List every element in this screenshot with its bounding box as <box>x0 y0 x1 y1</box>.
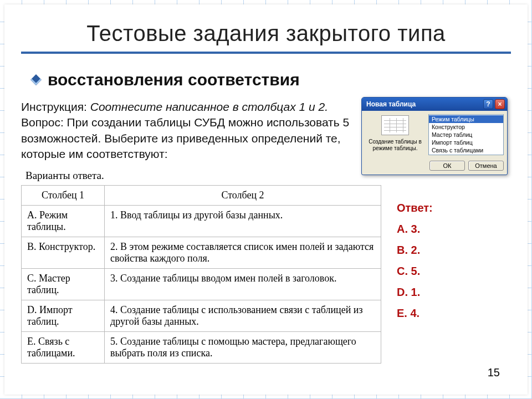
answer-key-item: E. 4. <box>397 303 433 324</box>
question-text: При создании таблицы СУБД можно использо… <box>21 116 349 160</box>
cell-col1: D. Импорт таблиц. <box>22 300 105 332</box>
cell-col2: 3. Создание таблицы вводом имен полей в … <box>105 269 381 300</box>
table-row: D. Импорт таблиц. 4. Создание таблицы с … <box>22 300 381 332</box>
cell-col2: 2. В этом режиме составляется список име… <box>105 237 381 269</box>
new-table-dialog: Новая таблица ? × Создание таблицы в реж… <box>361 97 508 175</box>
slide: Тестовые задания закрытого типа восстано… <box>4 4 528 395</box>
dialog-title: Новая таблица <box>366 100 416 108</box>
page-number: 15 <box>488 366 500 379</box>
cell-col1: B. Конструктор. <box>22 237 105 269</box>
dialog-mode-list[interactable]: Режим таблицы Конструктор Мастер таблиц … <box>428 114 504 155</box>
title-underline <box>21 52 511 54</box>
answer-key-item: C. 5. <box>397 260 433 282</box>
dialog-preview-label: Создание таблицы в режиме таблицы. <box>365 139 425 152</box>
close-button[interactable]: × <box>495 99 505 109</box>
slide-title: Тестовые задания закрытого типа <box>21 21 511 46</box>
answer-key: Ответ: A. 3. B. 2. C. 5. D. 1. E. 4. <box>391 197 433 324</box>
list-item[interactable]: Импорт таблиц <box>429 139 503 146</box>
cancel-button[interactable]: Отмена <box>468 161 504 171</box>
cell-col1: A. Режим таблицы. <box>22 206 105 237</box>
list-item[interactable]: Мастер таблиц <box>429 131 503 139</box>
bullet-icon <box>30 74 42 85</box>
matching-table: Столбец 1 Столбец 2 A. Режим таблицы. 1.… <box>21 185 381 364</box>
ok-button[interactable]: ОК <box>429 161 465 171</box>
cell-col2: 1. Ввод таблицы из другой базы данных. <box>105 206 381 237</box>
answer-key-item: A. 3. <box>397 218 433 239</box>
instruction-block: Инструкция: Соотнесите написанное в стол… <box>21 99 365 162</box>
table-header: Столбец 1 <box>22 186 105 206</box>
answer-key-item: D. 1. <box>397 282 433 303</box>
cell-col2: 5. Создание таблицы с помощью мастера, п… <box>105 332 381 364</box>
cell-col1: E. Связь с таблицами. <box>22 332 105 364</box>
table-row: C. Мастер таблиц. 3. Создание таблицы вв… <box>22 269 381 300</box>
table-preview-icon <box>381 115 409 135</box>
table-row: B. Конструктор. 2. В этом режиме составл… <box>22 237 381 269</box>
list-item[interactable]: Конструктор <box>429 123 503 131</box>
variants-label: Варианты ответа. <box>21 170 381 182</box>
help-button[interactable]: ? <box>483 99 493 109</box>
content: Инструкция: Соотнесите написанное в стол… <box>21 99 511 364</box>
answer-area: Варианты ответа. Столбец 1 Столбец 2 A. … <box>21 170 511 364</box>
cell-col2: 4. Создание таблицы с использованием свя… <box>105 300 381 332</box>
table-row: A. Режим таблицы. 1. Ввод таблицы из дру… <box>22 206 381 237</box>
list-item[interactable]: Режим таблицы <box>429 115 503 123</box>
list-item[interactable]: Связь с таблицами <box>429 146 503 154</box>
table-row: E. Связь с таблицами. 5. Создание таблиц… <box>22 332 381 364</box>
dialog-titlebar: Новая таблица ? × <box>362 98 507 111</box>
question-label: Вопрос: <box>21 116 64 129</box>
table-block: Варианты ответа. Столбец 1 Столбец 2 A. … <box>21 170 381 364</box>
subtitle-row: восстановления соответствия <box>21 70 511 89</box>
dialog-button-row: ОК Отмена <box>362 158 507 175</box>
cell-col1: C. Мастер таблиц. <box>22 269 105 300</box>
dialog-preview: Создание таблицы в режиме таблицы. <box>365 114 425 155</box>
answer-key-item: B. 2. <box>397 239 433 260</box>
instruction-label: Инструкция: <box>21 100 87 113</box>
table-header: Столбец 2 <box>105 186 381 206</box>
instruction-text: Соотнесите написанное в столбцах 1 и 2. <box>90 100 328 113</box>
dialog-body: Создание таблицы в режиме таблицы. Режим… <box>362 111 507 158</box>
dialog-title-buttons: ? × <box>483 99 505 109</box>
subtitle: восстановления соответствия <box>48 70 300 89</box>
answer-key-label: Ответ: <box>397 197 433 218</box>
